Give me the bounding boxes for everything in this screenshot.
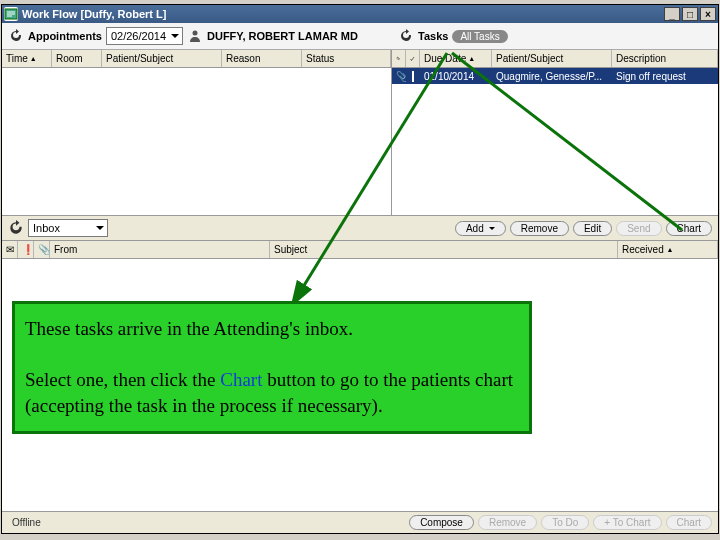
send-button: Send (616, 221, 661, 236)
compose-button[interactable]: Compose (409, 515, 474, 530)
task-row[interactable]: 📎 01/10/2014 Quagmire, Genesse/P... Sign… (392, 68, 718, 84)
task-list-body[interactable]: 📎 01/10/2014 Quagmire, Genesse/P... Sign… (392, 68, 718, 215)
col-attach[interactable] (392, 50, 406, 67)
col-status[interactable]: Status (302, 50, 391, 67)
inbox-value: Inbox (33, 222, 60, 234)
col-received[interactable]: Received ▲ (618, 241, 718, 258)
annotation-line2: Select one, then click the Chart button … (25, 367, 519, 418)
window-title: Work Flow [Duffy, Robert L] (22, 8, 166, 20)
col-inbox-icon2[interactable]: ❗ (18, 241, 34, 258)
workflow-window: Work Flow [Duffy, Robert L] _ □ × Appoin… (1, 4, 719, 534)
mid-toolbar: Inbox Add Remove Edit Send Chart (2, 215, 718, 241)
provider-name: DUFFY, ROBERT LAMAR MD (207, 30, 358, 42)
annotation-line1: These tasks arrive in the Attending's in… (25, 316, 519, 342)
col-room[interactable]: Room (52, 50, 102, 67)
chart-button[interactable]: Chart (666, 221, 712, 236)
annotation-callout: These tasks arrive in the Attending's in… (12, 301, 532, 434)
main-panes: Time▲ Room Patient/Subject Reason Status… (2, 50, 718, 215)
date-dropdown[interactable]: 02/26/2014 (106, 27, 183, 45)
task-checkbox[interactable] (412, 71, 414, 82)
appt-list-body[interactable] (2, 68, 391, 215)
inbox-dropdown[interactable]: Inbox (28, 219, 108, 237)
tochart-button: + To Chart (593, 515, 661, 530)
bottom-remove-button: Remove (478, 515, 537, 530)
bottom-toolbar: Offline Compose Remove To Do + To Chart … (2, 511, 718, 533)
app-icon (4, 7, 18, 21)
appt-column-headers: Time▲ Room Patient/Subject Reason Status (2, 50, 391, 68)
appointments-pane: Time▲ Room Patient/Subject Reason Status (2, 50, 392, 215)
person-icon (187, 28, 203, 44)
bottom-chart-button: Chart (666, 515, 712, 530)
col-task-desc[interactable]: Description (612, 50, 718, 67)
todo-button: To Do (541, 515, 589, 530)
refresh-tasks-icon[interactable] (398, 28, 414, 44)
col-reason[interactable]: Reason (222, 50, 302, 67)
date-value: 02/26/2014 (111, 30, 166, 42)
col-duedate[interactable]: Due Date▲ (420, 50, 492, 67)
add-button[interactable]: Add (455, 221, 506, 236)
remove-button[interactable]: Remove (510, 221, 569, 236)
col-inbox-icon3[interactable]: 📎 (34, 241, 50, 258)
col-from[interactable]: From (50, 241, 270, 258)
top-toolbar: Appointments 02/26/2014 DUFFY, ROBERT LA… (2, 23, 718, 50)
col-check[interactable] (406, 50, 420, 67)
tasks-filter-pill[interactable]: All Tasks (452, 30, 507, 43)
svg-point-1 (193, 31, 198, 36)
close-button[interactable]: × (700, 7, 716, 21)
task-patient: Quagmire, Genesse/P... (492, 71, 612, 82)
refresh-icon[interactable] (8, 28, 24, 44)
status-offline: Offline (8, 517, 41, 528)
tasks-label: Tasks (418, 30, 448, 42)
flag-icon: 📎 (396, 71, 406, 82)
maximize-button[interactable]: □ (682, 7, 698, 21)
refresh-inbox-icon[interactable] (8, 220, 24, 236)
col-inbox-icon1[interactable]: ✉ (2, 241, 18, 258)
titlebar: Work Flow [Duffy, Robert L] _ □ × (2, 5, 718, 23)
minimize-button[interactable]: _ (664, 7, 680, 21)
col-task-patient[interactable]: Patient/Subject (492, 50, 612, 67)
appointments-label: Appointments (28, 30, 102, 42)
task-due: 01/10/2014 (420, 71, 492, 82)
edit-button[interactable]: Edit (573, 221, 612, 236)
col-patient[interactable]: Patient/Subject (102, 50, 222, 67)
task-column-headers: Due Date▲ Patient/Subject Description (392, 50, 718, 68)
tasks-pane: Due Date▲ Patient/Subject Description 📎 … (392, 50, 718, 215)
task-desc: Sign off request (612, 71, 718, 82)
col-time[interactable]: Time▲ (2, 50, 52, 67)
inbox-column-headers: ✉ ❗ 📎 From Subject Received ▲ (2, 241, 718, 259)
col-subject[interactable]: Subject (270, 241, 618, 258)
